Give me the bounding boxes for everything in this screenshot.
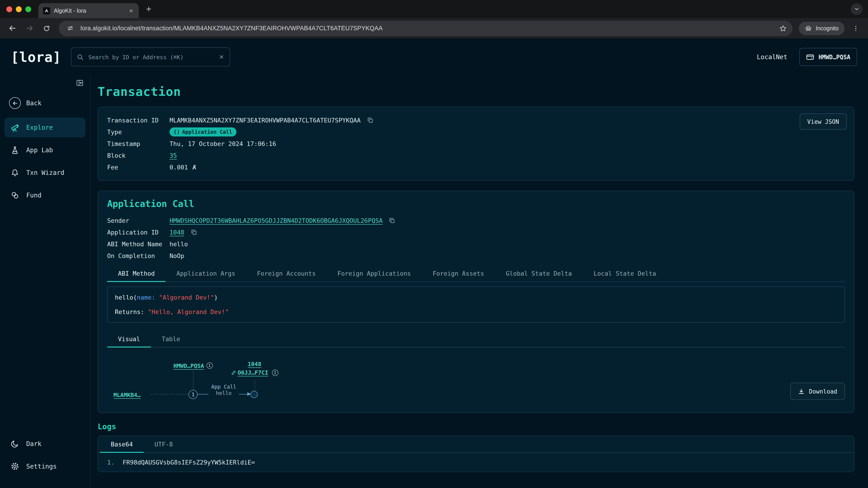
tab-close-button[interactable] <box>127 6 135 15</box>
field-block: Block 35 <box>107 150 845 161</box>
sidebar-item-fund[interactable]: Fund <box>4 185 86 205</box>
tab-foreign-assets[interactable]: Foreign Assets <box>422 265 495 282</box>
address-bar[interactable]: lora.algokit.io/localnet/transaction/MLA… <box>59 21 793 36</box>
sender-link[interactable]: HMWDSHQCOPD2T36WBAHLAZ6PO5GDJJZBN4D2TODK… <box>169 215 383 226</box>
browser-tab-strip: AlgoKit - lora <box>0 0 868 18</box>
star-icon <box>780 25 787 32</box>
site-info-button[interactable] <box>64 22 76 34</box>
copy-icon <box>367 117 373 123</box>
browser-menu-button[interactable] <box>848 21 864 36</box>
sidebar-item-label: Txn Wizard <box>26 169 64 176</box>
tab-visual[interactable]: Visual <box>107 331 151 347</box>
tab-table[interactable]: Table <box>151 331 191 347</box>
download-button[interactable]: Download <box>790 383 845 400</box>
app-body: Back Explore App Lab Txn Wizard <box>0 75 868 488</box>
browser-back-button[interactable] <box>4 21 20 36</box>
field-on-completion: On Completion NoOp <box>107 250 845 262</box>
network-selector[interactable]: LocalNet <box>757 53 787 61</box>
browser-reload-button[interactable] <box>39 21 54 36</box>
sidebar-item-back[interactable]: Back <box>4 93 86 113</box>
tab-global-state-delta[interactable]: Global State Delta <box>495 265 583 282</box>
view-json-label: View JSON <box>807 118 839 125</box>
application-id-link[interactable]: 1048 <box>169 226 184 238</box>
wallet-address: HMWD…PQSA <box>818 54 850 60</box>
account-number-badge: 1 <box>206 362 213 369</box>
copy-sender-button[interactable] <box>389 217 395 224</box>
browser-forward-button[interactable] <box>22 21 37 36</box>
sidebar-item-dark-mode[interactable]: Dark <box>4 434 86 454</box>
plus-icon <box>146 6 152 12</box>
incognito-icon <box>805 25 812 31</box>
logs-card: Base64 UTF-8 1. FR98dQAUSGVsbG8sIEFsZ29y… <box>98 435 855 472</box>
link-icon <box>231 370 236 375</box>
zoom-window-button[interactable] <box>25 6 31 12</box>
panel-collapse-icon <box>76 79 84 87</box>
block-link[interactable]: 35 <box>169 150 177 161</box>
bookmark-star-button[interactable] <box>777 22 789 34</box>
abi-arg-name: name: <box>137 294 155 301</box>
incognito-badge: Incognito <box>799 22 844 35</box>
returns-value: "Hello, Algorand Dev!" <box>148 308 229 315</box>
sidebar-item-txn-wizard[interactable]: Txn Wizard <box>4 163 86 183</box>
lora-logo[interactable]: [lora] <box>11 49 61 65</box>
abi-returns-line: Returns: "Hello, Algorand Dev!" <box>115 307 837 316</box>
spacer <box>98 181 855 191</box>
sidebar-item-explore[interactable]: Explore <box>4 118 86 137</box>
field-abi-method-name: ABI Method Name hello <box>107 238 845 250</box>
copy-icon <box>191 229 197 235</box>
application-call-title: Application Call <box>107 198 845 209</box>
sidebar-item-app-lab[interactable]: App Lab <box>4 140 86 160</box>
minimize-window-button[interactable] <box>16 6 22 12</box>
search-input[interactable] <box>88 54 215 60</box>
field-timestamp: Timestamp Thu, 17 October 2024 17:06:16 <box>107 138 845 150</box>
back-circle-icon <box>9 97 21 109</box>
tab-application-args[interactable]: Application Args <box>166 265 246 282</box>
field-label: Sender <box>107 215 166 226</box>
sidebar-item-settings[interactable]: Settings <box>4 456 86 476</box>
graph-group-link[interactable]: O6JJ…F7CI <box>238 369 268 376</box>
transaction-graph: HMWD…PQSA1 1048 O6JJ…F7CI2 MLAMKB4… <box>107 349 845 405</box>
close-icon <box>129 8 133 13</box>
returns-label: Returns: <box>115 308 144 315</box>
field-label: Transaction ID <box>107 114 166 126</box>
browser-tab[interactable]: AlgoKit - lora <box>38 3 139 18</box>
abi-call-prefix: hello( <box>115 294 137 301</box>
field-transaction-id: Transaction ID MLAMKB4ANXZ5NA2XY7ZNF3EAI… <box>107 114 845 126</box>
log-entry-value: FR98dQAUSGVsbG8sIEFsZ29yYW5kIERldiE= <box>123 459 255 466</box>
arrow-left-icon <box>8 24 16 32</box>
global-search[interactable] <box>71 47 230 66</box>
timestamp-value: Thu, 17 October 2024 17:06:16 <box>169 138 276 150</box>
graph-sender-node[interactable]: 1 <box>188 390 197 399</box>
tab-utf8[interactable]: UTF-8 <box>144 436 184 452</box>
new-tab-button[interactable] <box>143 3 155 15</box>
sender-node-number: 1 <box>191 392 194 397</box>
view-json-button[interactable]: View JSON <box>800 113 847 130</box>
tab-abi-method[interactable]: ABI Method <box>107 265 166 282</box>
copy-transaction-id-button[interactable] <box>367 117 373 123</box>
wallet-icon <box>806 53 814 61</box>
graph-app-link[interactable]: 1048 <box>248 361 261 367</box>
arrow-right-icon <box>26 24 33 32</box>
copy-icon <box>389 217 395 224</box>
tab-base64[interactable]: Base64 <box>100 436 144 452</box>
sidebar-spacer <box>4 208 86 434</box>
tab-search-button[interactable] <box>851 3 863 15</box>
kebab-menu-icon <box>852 25 859 31</box>
logs-tabs: Base64 UTF-8 <box>98 436 854 453</box>
graph-txn-link[interactable]: MLAMKB4… <box>114 392 141 398</box>
search-clear-button[interactable] <box>219 54 224 60</box>
view-tabs: Visual Table <box>107 331 845 348</box>
tab-local-state-delta[interactable]: Local State Delta <box>583 265 667 282</box>
header-right: LocalNet HMWD…PQSA <box>757 48 857 66</box>
tab-foreign-accounts[interactable]: Foreign Accounts <box>246 265 327 282</box>
tab-foreign-applications[interactable]: Foreign Applications <box>327 265 422 282</box>
graph-app-node[interactable] <box>250 391 258 398</box>
edge-method-label: hello <box>211 390 237 396</box>
close-window-button[interactable] <box>6 6 12 12</box>
sidebar: Back Explore App Lab Txn Wizard <box>0 75 90 488</box>
copy-application-id-button[interactable] <box>191 229 197 235</box>
wallet-button[interactable]: HMWD…PQSA <box>799 48 857 66</box>
main-content: Transaction Transaction ID MLAMKB4ANXZ5N… <box>90 75 868 488</box>
graph-account-link[interactable]: HMWD…PQSA <box>174 362 204 369</box>
sidebar-collapse-button[interactable] <box>76 79 84 89</box>
